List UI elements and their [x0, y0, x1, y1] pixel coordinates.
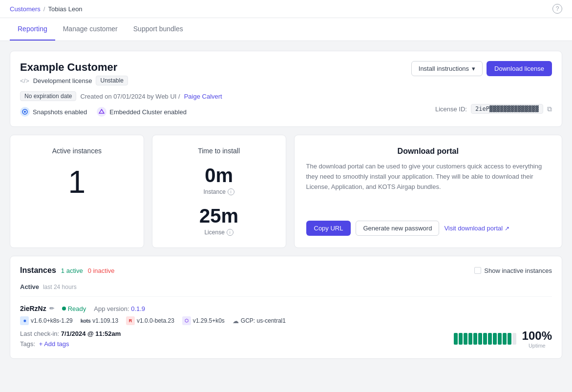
instance-info-icon[interactable]: i	[228, 188, 234, 195]
uptime-segment	[468, 333, 472, 345]
license-info-icon[interactable]: i	[227, 229, 233, 236]
copy-url-button[interactable]: Copy URL	[306, 221, 351, 236]
uptime-segment	[508, 333, 511, 345]
chevron-down-icon: ▾	[472, 65, 475, 72]
time-to-install-card: Time to install 0m Instance i 25m Licens…	[152, 135, 286, 248]
license-id-value: 2ieP▓▓▓▓▓▓▓▓▓▓▓▓▓▓	[471, 104, 543, 114]
replicated-icon: R	[126, 316, 135, 325]
uptime-value-group: 100% Uptime	[522, 329, 552, 349]
svg-point-1	[24, 111, 26, 113]
ec-version: ⬡ v1.29.5+k0s	[182, 316, 225, 325]
uptime-segment	[454, 333, 458, 345]
external-link-icon: ↗	[505, 225, 509, 232]
app-version-label: App version:	[94, 305, 129, 312]
uptime-section: 100% Uptime	[454, 329, 552, 349]
table-row: 2ieRzNz ✏ Ready App version: 0.1.9 ⎈ v1.…	[20, 296, 552, 349]
breadcrumb-current: Tobias Leon	[48, 5, 82, 13]
uptime-segment	[473, 333, 477, 345]
snapshots-label: Snapshots enabled	[33, 108, 87, 116]
replicated-version: R v1.0.0-beta.23	[126, 316, 174, 325]
breadcrumb: Customers / Tobias Leon	[10, 5, 83, 13]
top-bar: Customers / Tobias Leon ?	[0, 0, 572, 18]
created-info: Created on 07/01/2024 by Web UI /	[80, 93, 180, 100]
active-instances-card: Active instances 1	[10, 135, 144, 248]
uptime-segment	[512, 333, 516, 345]
active-instances-value: 1	[22, 166, 132, 198]
add-tags-link[interactable]: + Add tags	[39, 340, 69, 348]
breadcrumb-customers[interactable]: Customers	[10, 5, 41, 13]
uptime-percentage: 100%	[522, 329, 552, 343]
tab-manage-customer[interactable]: Manage customer	[55, 18, 126, 41]
active-count-badge: 1 active	[61, 267, 83, 274]
download-license-button[interactable]: Download license	[487, 61, 552, 76]
copy-license-id-button[interactable]: ⧉	[547, 105, 552, 113]
tab-reporting[interactable]: Reporting	[10, 18, 55, 41]
gcp-value: GCP: us-central1	[241, 317, 286, 324]
help-icon[interactable]: ?	[552, 4, 562, 14]
instance-checkin: Last check-in: 7/1/2024 @ 11:52am Tags: …	[20, 330, 121, 348]
uptime-segment	[488, 333, 492, 345]
customer-header: Example Customer </> Development license…	[20, 61, 552, 85]
license-time-value: 25m	[164, 205, 274, 227]
tags-row: Tags: + Add tags	[20, 340, 121, 348]
license-id-label: License ID:	[435, 105, 467, 113]
last-checkin-row: Last check-in: 7/1/2024 @ 11:52am	[20, 330, 121, 337]
license-type: Development license	[33, 77, 92, 84]
ec-icon: ⬡	[182, 316, 191, 325]
status-ready: Ready	[62, 305, 86, 312]
download-portal-title: Download portal	[306, 147, 551, 156]
snapshots-icon	[20, 107, 30, 117]
download-portal-card: Download portal The download portal can …	[294, 135, 563, 248]
no-expiration-badge: No expiration date	[20, 91, 76, 101]
instance-time-value: 0m	[164, 165, 274, 186]
show-inactive-label: Show inactive instances	[484, 267, 552, 274]
embedded-cluster-icon	[97, 107, 106, 117]
ec-version-value: v1.29.5+k0s	[193, 317, 225, 324]
main-content: Example Customer </> Development license…	[0, 41, 572, 369]
features-license-row: Snapshots enabled Embedded Cluster enabl…	[20, 101, 552, 117]
license-time-label: License i	[164, 229, 274, 236]
uptime-segment	[493, 333, 497, 345]
instance-id-text: 2ieRzNz	[20, 305, 46, 312]
snapshots-feature: Snapshots enabled	[20, 107, 87, 117]
uptime-bar	[454, 333, 516, 345]
stats-grid: Active instances 1 Time to install 0m In…	[10, 135, 562, 248]
gcp-version: ☁ GCP: us-central1	[233, 317, 286, 325]
unstable-badge: Unstable	[96, 76, 127, 85]
portal-actions: Copy URL Generate new password Visit dow…	[306, 221, 551, 236]
svg-marker-2	[99, 109, 104, 113]
cloud-icon: ☁	[233, 317, 239, 325]
instance-top: 2ieRzNz ✏ Ready App version: 0.1.9	[20, 305, 552, 312]
generate-password-button[interactable]: Generate new password	[356, 221, 439, 236]
uptime-segment	[483, 333, 487, 345]
k8s-version-value: v1.6.0+k8s-1.29	[31, 317, 73, 324]
show-inactive-toggle[interactable]: Show inactive instances	[474, 267, 552, 274]
tab-support-bundles[interactable]: Support bundles	[126, 18, 191, 41]
code-icon: </>	[20, 77, 29, 84]
active-label: Active	[20, 283, 39, 290]
show-inactive-checkbox[interactable]	[474, 267, 481, 274]
embedded-cluster-label: Embedded Cluster enabled	[109, 108, 187, 116]
download-portal-header: Download portal The download portal can …	[306, 147, 551, 192]
instances-card: Instances 1 active 0 inactive Show inact…	[10, 256, 562, 359]
created-by-link[interactable]: Paige Calvert	[184, 93, 222, 100]
app-version-value[interactable]: 0.1.9	[131, 305, 145, 312]
instance-id: 2ieRzNz ✏	[20, 305, 54, 312]
license-id-row: License ID: 2ieP▓▓▓▓▓▓▓▓▓▓▓▓▓▓ ⧉	[435, 104, 552, 114]
instance-time-section: 0m Instance i	[164, 165, 274, 195]
k8s-icon: ⎈	[20, 316, 29, 325]
install-instructions-button[interactable]: Install instructions ▾	[411, 61, 483, 76]
active-sublabel: last 24 hours	[43, 284, 77, 290]
active-section: Active last 24 hours	[20, 283, 552, 290]
edit-icon[interactable]: ✏	[49, 305, 54, 312]
instance-bottom: Last check-in: 7/1/2024 @ 11:52am Tags: …	[20, 329, 552, 349]
kots-logo: kots	[81, 318, 91, 324]
embedded-cluster-feature: Embedded Cluster enabled	[97, 107, 187, 117]
uptime-label: Uptime	[522, 343, 552, 349]
customer-card: Example Customer </> Development license…	[10, 51, 562, 127]
download-portal-description: The download portal can be used to give …	[306, 162, 551, 192]
k8s-version: ⎈ v1.6.0+k8s-1.29	[20, 316, 73, 325]
visit-download-portal-button[interactable]: Visit download portal ↗	[444, 225, 509, 232]
kots-version: kots v1.109.13	[81, 317, 118, 324]
inactive-count-badge: 0 inactive	[88, 267, 115, 274]
